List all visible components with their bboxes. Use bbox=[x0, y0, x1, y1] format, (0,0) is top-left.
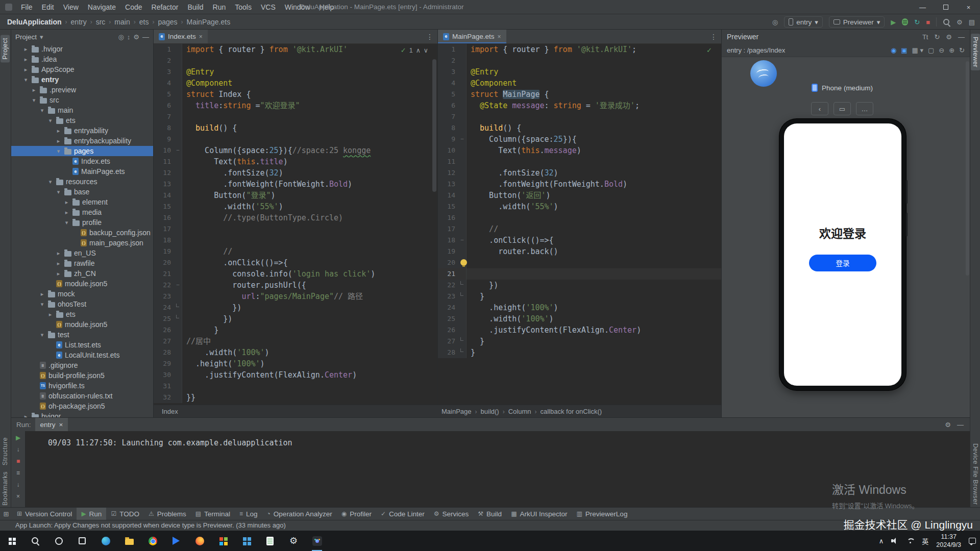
toolwindow-log[interactable]: ≡Log bbox=[235, 508, 262, 520]
code-line[interactable]: 32}} bbox=[154, 392, 437, 403]
chevron-right-icon[interactable]: ▸ bbox=[22, 413, 29, 418]
line-number[interactable]: 30 bbox=[154, 369, 174, 381]
line-number[interactable]: 17 bbox=[154, 223, 174, 235]
line-number[interactable]: 9 bbox=[438, 134, 458, 145]
chevron-right-icon[interactable]: ▸ bbox=[63, 199, 70, 206]
breadcrumb-item-mainpage-ets[interactable]: MainPage.ets bbox=[187, 18, 231, 26]
line-number[interactable]: 25 bbox=[154, 313, 174, 324]
line-number[interactable]: 13 bbox=[438, 179, 458, 190]
breadcrumb-item-callback-for-onclick[interactable]: callback for onClick() bbox=[540, 408, 602, 415]
line-number[interactable]: 1 bbox=[438, 44, 458, 55]
prev-issue-icon[interactable]: ∧ bbox=[416, 46, 421, 54]
fold-marker-icon[interactable]: − bbox=[174, 280, 182, 291]
toolwindow-todo[interactable]: ☑TODO bbox=[106, 508, 144, 520]
maximize-icon[interactable] bbox=[934, 0, 957, 14]
toolwindow-build[interactable]: ⚒Build bbox=[473, 508, 506, 520]
clear-console-icon[interactable]: × bbox=[16, 493, 20, 500]
chevron-right-icon[interactable]: ▸ bbox=[55, 270, 62, 277]
line-number[interactable]: 3 bbox=[438, 66, 458, 78]
code-line[interactable]: 29 .height('100%') bbox=[154, 358, 437, 369]
tree-item-base[interactable]: ▾base bbox=[11, 187, 153, 197]
code-line[interactable]: 12 .fontSize(32) bbox=[154, 167, 437, 179]
breadcrumb-item-column[interactable]: Column bbox=[508, 408, 531, 415]
previewer-scrollbar[interactable] bbox=[966, 61, 969, 276]
toolwindow-previewerlog[interactable]: ▥PreviewerLog bbox=[572, 508, 632, 520]
tree-item-build-profile-json5[interactable]: {}build-profile.json5 bbox=[11, 370, 153, 381]
deveco-icon[interactable] bbox=[305, 531, 329, 551]
tool-strip-project[interactable]: Project bbox=[1, 35, 10, 62]
code-line[interactable]: 2 bbox=[154, 55, 437, 66]
recents-button[interactable]: … bbox=[856, 102, 873, 115]
code-line[interactable]: 12 .fontSize(32) bbox=[438, 167, 721, 179]
tree-item-profile[interactable]: ▾profile bbox=[11, 217, 153, 228]
line-number[interactable]: 4 bbox=[154, 78, 174, 89]
line-number[interactable]: 19 bbox=[154, 246, 174, 257]
line-number[interactable]: 9 bbox=[154, 134, 174, 145]
task-view-icon[interactable] bbox=[70, 531, 94, 551]
code-line[interactable]: 24 }) bbox=[154, 302, 437, 313]
hidden-icons-icon[interactable]: ∧ bbox=[879, 537, 884, 545]
component-tree-icon[interactable]: ▣ bbox=[901, 46, 907, 54]
code-line[interactable]: 21 bbox=[438, 268, 721, 280]
chevron-right-icon[interactable]: ▸ bbox=[22, 56, 29, 63]
login-button[interactable]: 登录 bbox=[809, 255, 876, 271]
code-line[interactable]: 27 } bbox=[438, 336, 721, 347]
tab-index-ets[interactable]: e Index.ets × bbox=[154, 30, 208, 43]
zoom-out-icon[interactable]: ⊖ bbox=[939, 46, 944, 54]
line-number[interactable]: 13 bbox=[154, 179, 174, 190]
run-console[interactable]: 09/03 11:27:50: Launching com.example.de… bbox=[26, 431, 970, 508]
tab-mainpage-ets[interactable]: e MainPage.ets × bbox=[438, 30, 506, 43]
breadcrumb-item-deluapplication[interactable]: DeluApplication bbox=[7, 18, 62, 26]
chevron-down-icon[interactable]: ▾ bbox=[39, 332, 45, 338]
tree-item-hvigorfile-ts[interactable]: TShvigorfile.ts bbox=[11, 381, 153, 391]
notes-icon[interactable] bbox=[258, 531, 282, 551]
soft-wrap-icon[interactable]: ≡ bbox=[16, 469, 20, 477]
tool-strip-structure[interactable]: Structure bbox=[2, 437, 9, 465]
code-line[interactable]: 1import { router } from '@kit.ArkUI' bbox=[154, 44, 437, 55]
toolwindow-arkui-inspector[interactable]: ▦ArkUI Inspector bbox=[506, 508, 572, 520]
tree-item-main[interactable]: ▾main bbox=[11, 105, 153, 115]
tree-item-entrybackupability[interactable]: ▸entrybackupability bbox=[11, 136, 153, 146]
tool-strip-device-file-browser[interactable]: Device File Browser bbox=[972, 443, 979, 505]
font-size-icon[interactable]: Tt bbox=[922, 33, 928, 41]
line-number[interactable]: 23 bbox=[438, 291, 458, 302]
code-line[interactable]: 1import { router } from '@kit.ArkUI'; bbox=[438, 44, 721, 55]
settings-gear-icon[interactable]: ⚙ bbox=[946, 33, 952, 41]
appstore-icon[interactable] bbox=[211, 531, 235, 551]
code-line[interactable]: 25 }) bbox=[154, 313, 437, 324]
line-number[interactable]: 5 bbox=[154, 89, 174, 100]
code-line[interactable]: 14 Button("登录") bbox=[154, 190, 437, 201]
tool-strip-bookmarks[interactable]: Bookmarks bbox=[2, 471, 9, 506]
tree-item-localunit-test-ets[interactable]: eLocalUnit.test.ets bbox=[11, 350, 153, 360]
line-number[interactable]: 28 bbox=[154, 347, 174, 358]
tree-item-resources[interactable]: ▾resources bbox=[11, 177, 153, 187]
tree-item-index-ets[interactable]: eIndex.ets bbox=[11, 156, 153, 166]
line-number[interactable]: 28 bbox=[438, 347, 458, 358]
code-line[interactable]: 20 .onClick(()=>{ bbox=[154, 257, 437, 268]
tree-item-backup-config-json[interactable]: {}backup_config.json bbox=[11, 228, 153, 238]
minimize-icon[interactable]: — bbox=[911, 0, 934, 14]
hide-panel-icon[interactable]: — bbox=[958, 33, 965, 41]
menu-item-navigate[interactable]: Navigate bbox=[83, 0, 120, 14]
breadcrumb-item-index[interactable]: Index bbox=[162, 408, 178, 415]
tree-item-ets[interactable]: ▸ets bbox=[11, 309, 153, 319]
line-number[interactable]: 18 bbox=[154, 235, 174, 246]
toolwindow-problems[interactable]: ⚠Problems bbox=[144, 508, 191, 520]
expand-collapse-icon[interactable]: ↕ bbox=[127, 33, 131, 41]
tree-item-list-test-ets[interactable]: eList.test.ets bbox=[11, 340, 153, 350]
menu-item-code[interactable]: Code bbox=[120, 0, 146, 14]
code-line[interactable]: 30 .justifyContent(FlexAlign.Center) bbox=[154, 369, 437, 381]
menu-item-refactor[interactable]: Refactor bbox=[147, 0, 183, 14]
toolwindow-run[interactable]: ▶Run bbox=[77, 508, 106, 520]
line-number[interactable]: 7 bbox=[438, 111, 458, 122]
tree-item-src[interactable]: ▾src bbox=[11, 95, 153, 105]
code-line[interactable]: 22 }) bbox=[438, 280, 721, 291]
code-line[interactable]: 9 bbox=[154, 134, 437, 145]
line-number[interactable]: 14 bbox=[154, 190, 174, 201]
code-line[interactable]: 9− Column({space:25}){ bbox=[438, 134, 721, 145]
line-number[interactable]: 27 bbox=[438, 336, 458, 347]
code-line[interactable]: 31 bbox=[154, 381, 437, 392]
line-number[interactable]: 15 bbox=[154, 201, 174, 212]
chevron-right-icon[interactable]: ▸ bbox=[22, 66, 29, 73]
scroll-end-icon[interactable]: ↓ bbox=[17, 481, 20, 488]
